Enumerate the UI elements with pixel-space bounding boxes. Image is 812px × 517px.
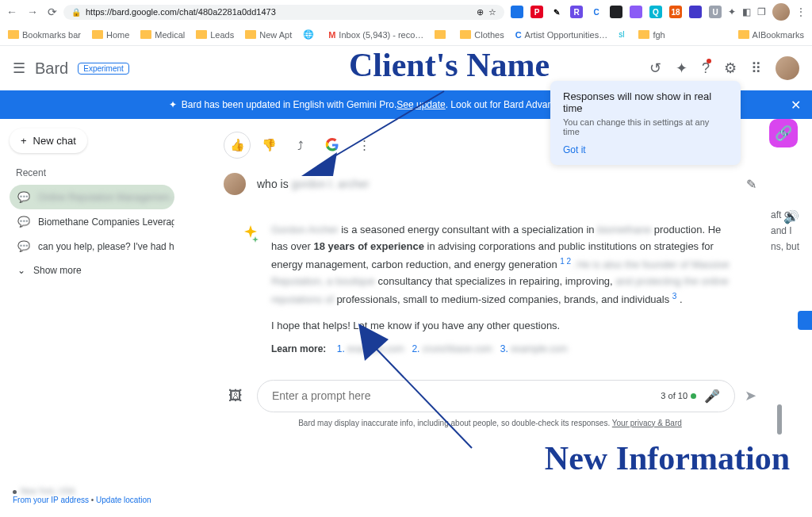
extension-icon[interactable] <box>689 6 702 18</box>
bookmark-item[interactable]: Leads <box>196 30 234 40</box>
response-text: Gordon Archer is a seasoned energy consu… <box>271 222 739 358</box>
extension-icon[interactable]: C <box>590 6 603 18</box>
extensions-puzzle-icon[interactable]: ✦ <box>676 59 688 77</box>
bookmark-aibookmarks[interactable]: AIBookmarks <box>738 30 804 40</box>
sparkle-icon: ✦ <box>169 99 177 110</box>
prompt-counter: 3 of 10 <box>661 391 696 400</box>
image-upload-button[interactable]: 🖼 <box>224 384 247 408</box>
chat-history-item[interactable]: 💬Online Reputation Managemen… <box>10 185 174 209</box>
extension-icon[interactable] <box>630 6 642 18</box>
address-bar[interactable]: 🔒 https://bard.google.com/chat/480a2281a… <box>63 5 504 20</box>
chat-icon: 💬 <box>17 191 30 203</box>
chat-history-item[interactable]: 💬Biomethane Companies Leverag… <box>10 209 174 234</box>
history-icon[interactable]: ↺ <box>649 59 661 77</box>
banner-text-pre: Bard has been updated in English with Ge… <box>182 99 397 110</box>
extension-icon[interactable]: 18 <box>669 6 682 18</box>
folder-icon <box>196 30 207 39</box>
realtime-toast: Responses will now show in real time You… <box>550 81 741 165</box>
sidepanel-icon[interactable]: ◧ <box>742 6 751 17</box>
show-more-button[interactable]: ⌄ Show more <box>10 258 174 282</box>
browser-toolbar: ← → ⟳ 🔒 https://bard.google.com/chat/480… <box>0 0 812 24</box>
bookmark-item[interactable] <box>435 30 449 39</box>
update-location-link[interactable]: Update location <box>96 496 151 504</box>
toast-body: You can change this in settings at any t… <box>563 117 728 136</box>
bookmark-item[interactable]: fgh <box>638 30 665 40</box>
extension-icon[interactable]: R <box>570 6 583 18</box>
draft-selector[interactable]: aft ⟳ and I ns, but <box>771 209 799 252</box>
source-link[interactable]: 2. crunchbase.com <box>404 343 492 354</box>
location-block: New York, USA From your IP address • Upd… <box>13 487 151 504</box>
bard-sparkle-icon <box>241 224 260 243</box>
extension-icon[interactable]: Q <box>649 6 662 18</box>
banner-close-icon[interactable]: ✕ <box>791 98 801 113</box>
thumbs-up-button[interactable]: 👍 <box>224 132 251 159</box>
sidebar: + New chat Recent 💬Online Reputation Man… <box>0 119 184 517</box>
learn-more-row: Learn more: 1. example.com 2. crunchbase… <box>271 342 739 357</box>
toast-title: Responses will now show in real time <box>563 90 728 114</box>
user-prompt-row: who is gordon l. archer ✎ <box>192 163 788 205</box>
folder-icon <box>638 30 649 39</box>
followup-text: I hope that helps! Let me know if you ha… <box>271 318 739 335</box>
menu-icon[interactable]: ☰ <box>13 59 25 77</box>
bookmark-item[interactable]: sl <box>619 30 627 39</box>
extension-icon[interactable] <box>610 6 622 18</box>
side-search-tab[interactable] <box>798 311 812 330</box>
source-link[interactable]: 1. example.com <box>329 343 404 354</box>
bookmark-item[interactable]: Medical <box>140 30 185 40</box>
bookmark-item[interactable]: Clothes <box>460 30 504 40</box>
thumbs-down-button[interactable]: 👎 <box>255 132 282 159</box>
settings-gear-icon[interactable]: ⚙ <box>724 59 737 77</box>
prompt-input-container[interactable]: 3 of 10 🎤 <box>257 380 735 412</box>
extension-icon[interactable] <box>511 6 523 18</box>
source-link[interactable]: 3. example.com <box>492 343 568 354</box>
help-icon[interactable]: ? <box>702 60 710 77</box>
forward-icon[interactable]: → <box>27 6 38 18</box>
input-row: 🖼 3 of 10 🎤 ➤ <box>192 380 788 412</box>
star-icon[interactable]: ☆ <box>488 7 496 17</box>
edit-prompt-icon[interactable]: ✎ <box>746 177 756 192</box>
extension-icon[interactable]: U <box>709 6 722 18</box>
apps-grid-icon[interactable]: ⠿ <box>751 59 761 77</box>
ip-link[interactable]: From your IP address <box>13 496 89 504</box>
extension-icon[interactable]: P <box>530 6 543 18</box>
bookmark-item[interactable]: CArtist Opportunities… <box>515 30 608 40</box>
gmail-icon: M <box>328 30 335 40</box>
send-button[interactable]: ➤ <box>745 387 756 404</box>
new-chat-button[interactable]: + New chat <box>10 128 87 153</box>
globe-icon: 🌐 <box>303 29 314 40</box>
extension-icon[interactable]: ✎ <box>550 6 563 18</box>
folder-icon <box>140 30 151 39</box>
prompt-input[interactable] <box>272 389 654 402</box>
privacy-link[interactable]: Your privacy & Bard <box>612 419 682 427</box>
back-icon[interactable]: ← <box>6 6 17 18</box>
banner-link[interactable]: See update <box>396 99 445 110</box>
profile-avatar[interactable] <box>772 3 790 21</box>
folder-icon <box>435 30 446 39</box>
window-icon[interactable]: ❐ <box>757 6 766 17</box>
extensions-icon[interactable]: ✦ <box>728 6 736 17</box>
mic-icon[interactable]: 🎤 <box>704 389 720 404</box>
bard-logo: Bard <box>35 59 68 78</box>
user-avatar[interactable] <box>776 56 799 80</box>
bookmark-item[interactable]: 🌐 <box>303 29 317 40</box>
share-button[interactable]: ⤴ <box>287 132 314 159</box>
bookmark-item[interactable]: Bookmarks bar <box>8 30 81 40</box>
bookmark-item[interactable]: New Apt <box>245 30 292 40</box>
toast-gotit-button[interactable]: Got it <box>563 144 728 155</box>
reload-icon[interactable]: ⟳ <box>48 6 57 18</box>
side-link-icon[interactable]: 🔗 <box>769 119 798 147</box>
bookmark-item[interactable]: Home <box>92 30 129 40</box>
menu-dots-icon[interactable]: ⋮ <box>796 6 806 17</box>
lock-icon: 🔒 <box>71 8 81 17</box>
more-actions-button[interactable]: ⋮ <box>350 132 377 159</box>
status-dot-icon <box>691 393 696 399</box>
translate-icon[interactable]: ⊕ <box>477 7 484 17</box>
bookmark-item[interactable]: MInbox (5,943) - reco… <box>328 30 423 40</box>
footer-disclaimer: Bard may display inaccurate info, includ… <box>192 419 788 427</box>
scrollbar-thumb[interactable] <box>777 404 782 435</box>
user-avatar-small <box>224 173 246 195</box>
google-icon <box>325 138 339 152</box>
folder-icon <box>738 30 749 39</box>
google-it-button[interactable] <box>319 132 346 159</box>
chat-history-item[interactable]: 💬can you help, please? I've had h… <box>10 234 174 258</box>
